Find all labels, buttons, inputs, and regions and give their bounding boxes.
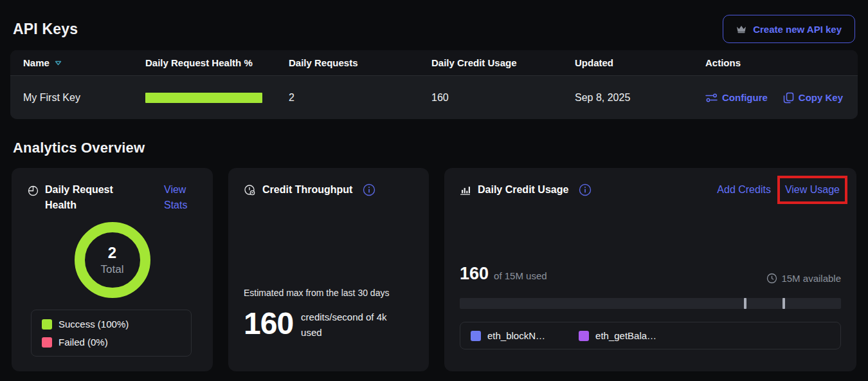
configure-label: Configure (722, 92, 768, 103)
used-value: 160 (460, 264, 489, 284)
throughput-content: Estimated max from the last 30 days 160 … (244, 288, 413, 357)
eth-blocknumber-swatch (471, 331, 481, 341)
usage-marker-1 (744, 298, 746, 309)
column-header-actions: Actions (692, 57, 858, 68)
analytics-cards: Daily Request Health View Stats 2 Total … (10, 168, 858, 371)
configure-button[interactable]: Configure (705, 92, 768, 103)
used-amount: 160 of 15M used (460, 264, 547, 284)
actions-cell: Configure Copy Key (692, 92, 858, 104)
available-amount: 15M available (766, 273, 841, 284)
column-header-name[interactable]: Name (10, 57, 132, 68)
view-stats-link[interactable]: View Stats (164, 182, 197, 213)
daily-credit-usage-value: 160 (419, 92, 562, 104)
usage-legend: eth_blockN… eth_getBala… (460, 322, 841, 349)
failed-label: Failed (0%) (59, 337, 108, 348)
info-icon[interactable] (363, 183, 375, 196)
updated-value: Sep 8, 2025 (562, 92, 692, 104)
copy-key-label: Copy Key (799, 92, 843, 103)
eth-blocknumber-label: eth_blockN… (487, 330, 545, 341)
create-api-key-button[interactable]: Create new API key (723, 15, 855, 43)
gauge-icon (244, 184, 256, 196)
daily-requests-value: 2 (276, 92, 419, 104)
view-usage-link[interactable]: View Usage (785, 184, 840, 195)
column-header-daily-requests: Daily Requests (276, 57, 419, 68)
analytics-overview-title: Analytics Overview (13, 140, 858, 156)
throughput-unit: credits/second of 4k used (301, 310, 397, 340)
health-bar-cell (132, 93, 276, 103)
throughput-card-title: Credit Throughput (262, 182, 352, 198)
table-header-row: Name Daily Request Health % Daily Reques… (10, 50, 858, 76)
crown-icon (736, 24, 746, 33)
donut-ring: 2 Total (75, 222, 150, 298)
info-icon[interactable] (579, 183, 592, 196)
legend-item-failed: Failed (0%) (42, 337, 181, 348)
dashboard-page: API Keys Create new API key Name Daily R… (0, 0, 868, 371)
api-keys-table: Name Daily Request Health % Daily Reques… (10, 50, 858, 119)
create-api-key-label: Create new API key (753, 24, 842, 35)
health-card-header: Daily Request Health View Stats (27, 182, 197, 213)
add-credits-link[interactable]: Add Credits (717, 182, 771, 198)
legend-item-success: Success (100%) (42, 319, 181, 330)
usage-stats-row: 160 of 15M used 15M available (460, 264, 841, 284)
used-suffix: of 15M used (494, 270, 547, 281)
health-legend: Success (100%) Failed (0%) (31, 310, 192, 357)
health-bar (145, 93, 262, 103)
bar-chart-icon (460, 185, 471, 196)
clock-icon (766, 273, 777, 284)
usage-content: 160 of 15M used 15M available (460, 264, 841, 357)
throughput-value: 160 (244, 308, 293, 339)
table-row: My First Key 2 160 Sep 8, 2025 Configure (10, 76, 858, 119)
success-label: Success (100%) (59, 319, 129, 330)
pie-chart-icon (27, 185, 39, 196)
eth-getbalance-swatch (579, 331, 589, 341)
throughput-value-row: 160 credits/second of 4k used (244, 308, 413, 340)
available-label: 15M available (781, 273, 841, 284)
page-title: API Keys (13, 21, 78, 38)
sliders-icon (705, 93, 718, 103)
column-header-updated: Updated (562, 57, 692, 68)
legend-item-eth-getbalance: eth_getBala… (579, 330, 656, 341)
donut-total-value: 2 (108, 244, 116, 262)
usage-card-title: Daily Credit Usage (478, 182, 568, 198)
sort-chevron-icon[interactable] (55, 60, 62, 66)
usage-card-header: Daily Credit Usage Add Credits View Usag… (460, 182, 841, 198)
key-name: My First Key (10, 92, 132, 104)
throughput-note: Estimated max from the last 30 days (244, 288, 413, 298)
column-header-credit-usage: Daily Credit Usage (419, 57, 562, 68)
daily-credit-usage-card: Daily Credit Usage Add Credits View Usag… (444, 168, 856, 371)
usage-card-links: Add Credits View Usage (717, 182, 841, 198)
health-donut-chart: 2 Total (27, 222, 197, 298)
donut-total-label: Total (101, 263, 124, 276)
success-swatch (42, 319, 52, 330)
legend-item-eth-blocknumber: eth_blockN… (471, 330, 545, 341)
annotation-highlight-box: View Usage (777, 176, 847, 204)
usage-progress-bar (460, 298, 841, 309)
health-card-title: Daily Request Health (45, 182, 130, 213)
daily-request-health-card: Daily Request Health View Stats 2 Total … (12, 168, 213, 371)
throughput-card-header: Credit Throughput (244, 182, 413, 198)
page-header: API Keys Create new API key (10, 14, 858, 44)
copy-key-button[interactable]: Copy Key (783, 92, 843, 104)
eth-getbalance-label: eth_getBala… (595, 330, 656, 341)
credit-throughput-card: Credit Throughput Estimated max from the… (228, 168, 429, 371)
copy-icon (783, 92, 794, 104)
failed-swatch (42, 337, 52, 348)
usage-marker-2 (782, 298, 785, 309)
column-header-health: Daily Request Health % (132, 57, 276, 68)
